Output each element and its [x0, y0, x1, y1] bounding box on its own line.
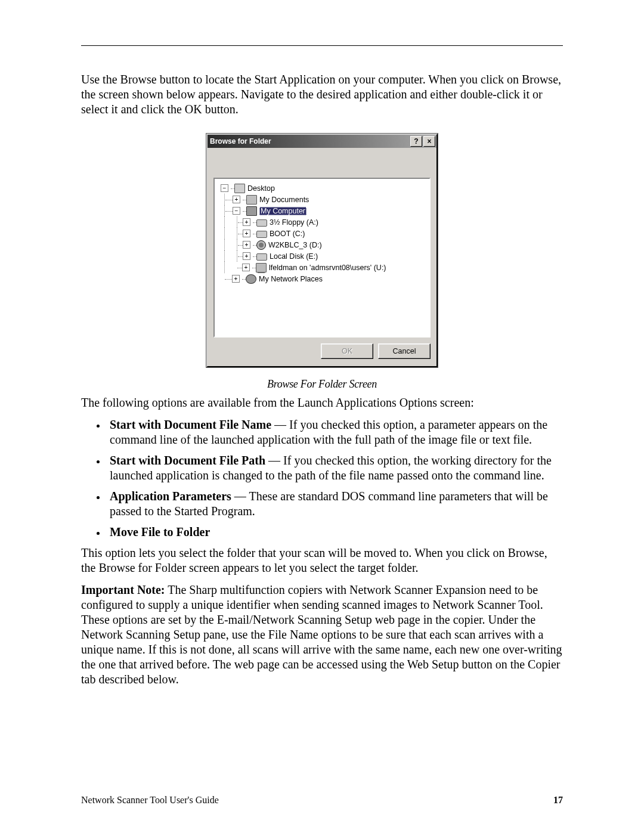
ok-button[interactable]: OK	[321, 343, 373, 359]
drive-icon	[256, 253, 267, 261]
option-app-params: Application Parameters — These are stand…	[106, 489, 563, 519]
dialog-titlebar: Browse for Folder ? ×	[208, 135, 436, 148]
move-file-paragraph: This option lets you select the folder t…	[81, 546, 563, 575]
tree-item-w2k[interactable]: W2KBLC_3 (D:)	[268, 241, 322, 249]
expander-local[interactable]: +	[243, 252, 250, 260]
expander-places[interactable]: +	[232, 275, 240, 283]
expander-floppy[interactable]: +	[243, 218, 250, 226]
options-intro: The following options are available from…	[81, 395, 563, 410]
cancel-button[interactable]: Cancel	[378, 343, 431, 359]
figure-caption: Browse For Folder Screen	[81, 378, 563, 391]
tree-item-local[interactable]: Local Disk (E:)	[270, 252, 318, 261]
expander-netdrv[interactable]: +	[242, 264, 250, 271]
tree-item-netdrv[interactable]: lfeldman on 'admsrvnt08\users' (U:)	[269, 264, 386, 272]
dialog-title: Browse for Folder	[210, 137, 271, 145]
network-drive-icon	[256, 263, 267, 272]
tree-item-my-computer[interactable]: My Computer	[259, 207, 306, 215]
expander-my-documents[interactable]: +	[233, 196, 240, 203]
tree-item-floppy[interactable]: 3½ Floppy (A:)	[270, 218, 318, 227]
option-start-file-name: Start with Document File Name — If you c…	[106, 417, 563, 447]
expander-desktop[interactable]: −	[221, 184, 228, 192]
cd-icon	[256, 240, 266, 250]
intro-paragraph: Use the Browse button to locate the Star…	[81, 72, 563, 117]
tree-item-desktop[interactable]: Desktop	[247, 184, 275, 193]
drive-icon	[256, 231, 267, 238]
page-footer: Network Scanner Tool User's Guide 17	[81, 795, 563, 806]
tree-item-places[interactable]: My Network Places	[259, 275, 323, 283]
important-note: Important Note: The Sharp multifunction …	[81, 583, 563, 687]
desktop-icon	[234, 184, 245, 193]
tree-item-my-documents[interactable]: My Documents	[259, 196, 309, 204]
titlebar-close-button[interactable]: ×	[423, 136, 435, 147]
computer-icon	[246, 206, 257, 216]
folder-icon	[246, 195, 257, 205]
option-start-file-path: Start with Document File Path — If you c…	[106, 453, 563, 483]
browse-for-folder-dialog: Browse for Folder ? × − Desktop	[206, 134, 438, 367]
expander-boot[interactable]: +	[243, 230, 250, 237]
titlebar-help-button[interactable]: ?	[410, 136, 422, 147]
network-places-icon	[246, 274, 256, 284]
floppy-icon	[256, 219, 267, 227]
footer-title: Network Scanner Tool User's Guide	[81, 795, 219, 806]
tree-item-boot[interactable]: BOOT (C:)	[270, 230, 305, 238]
expander-w2k[interactable]: +	[243, 241, 250, 249]
option-move-file: Move File to Folder	[106, 525, 563, 540]
options-list: Start with Document File Name — If you c…	[81, 417, 563, 540]
folder-tree[interactable]: − Desktop + My Documents	[213, 178, 431, 337]
expander-my-computer[interactable]: −	[233, 207, 240, 215]
page-number: 17	[553, 795, 563, 806]
